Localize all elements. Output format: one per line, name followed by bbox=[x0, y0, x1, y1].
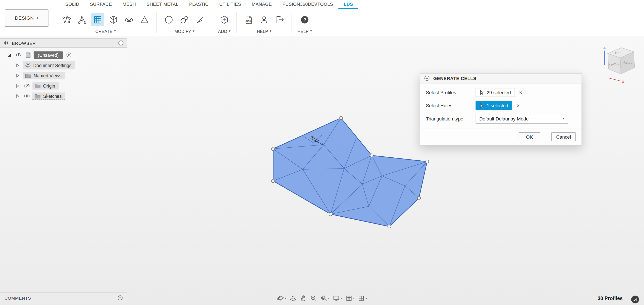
ribbon: DESIGN ▾ bbox=[0, 9, 644, 36]
triangle-icon[interactable] bbox=[138, 13, 151, 26]
collapsed-arrow-icon[interactable] bbox=[15, 84, 20, 88]
comments-label: COMMENTS bbox=[4, 295, 31, 300]
chevron-down-icon: ▾ bbox=[340, 297, 342, 300]
zoom-window-button[interactable]: ▾ bbox=[320, 295, 330, 302]
tab-manage[interactable]: MANAGE bbox=[246, 0, 277, 9]
tab-plastic[interactable]: PLASTIC bbox=[184, 0, 214, 9]
tab-fusion360devtools[interactable]: FUSION360DEVTOOLS bbox=[277, 0, 338, 9]
document-name[interactable]: (Unsaved) bbox=[34, 51, 63, 59]
app-window: 20.00 SOLID SURFACE MESH SHEET METAL PLA… bbox=[0, 0, 644, 305]
view-cube[interactable]: Z TOP FRONT RIGHT X bbox=[598, 41, 643, 85]
tab-solid[interactable]: SOLID bbox=[60, 0, 85, 9]
tab-surface[interactable]: SURFACE bbox=[85, 0, 117, 9]
chevron-down-icon: ▾ bbox=[193, 30, 194, 33]
cad-document-icon[interactable]: CAD bbox=[242, 13, 255, 26]
clear-holes-button[interactable]: × bbox=[516, 103, 520, 109]
dialog-header[interactable]: GENERATE CELLS bbox=[420, 74, 582, 84]
profiles-count-label: 30 Profiles bbox=[598, 295, 623, 301]
browser-panel: BROWSER (Unsaved) bbox=[0, 38, 128, 104]
zoom-button[interactable] bbox=[310, 295, 317, 302]
folder-icon bbox=[34, 94, 41, 99]
collapsed-arrow-icon[interactable] bbox=[15, 94, 20, 98]
tab-utilities[interactable]: UTILITIES bbox=[214, 0, 246, 9]
tab-lds[interactable]: LDS bbox=[338, 0, 358, 9]
minimize-panel-icon[interactable] bbox=[118, 40, 124, 46]
node-tree-icon[interactable] bbox=[76, 13, 89, 26]
pan-button[interactable] bbox=[300, 295, 307, 302]
expanded-arrow-icon[interactable] bbox=[6, 53, 12, 56]
tab-mesh[interactable]: MESH bbox=[117, 0, 141, 9]
document-icon bbox=[24, 52, 32, 58]
tree-row-sketches[interactable]: Sketches bbox=[0, 91, 128, 101]
node-graph-icon[interactable] bbox=[60, 13, 73, 26]
ok-button[interactable]: OK bbox=[519, 132, 540, 141]
chevron-down-icon: ▾ bbox=[366, 297, 367, 300]
add-comment-icon[interactable] bbox=[117, 295, 123, 300]
field-label: Triangulation type bbox=[426, 116, 476, 121]
help-menu[interactable]: HELP ▾ bbox=[257, 29, 271, 35]
offset-circles-icon[interactable] bbox=[178, 13, 191, 26]
select-holes-input[interactable]: 1 selected bbox=[476, 101, 512, 110]
look-at-button[interactable] bbox=[289, 295, 296, 302]
divider bbox=[156, 12, 157, 33]
divider bbox=[236, 12, 237, 33]
tree-item-label: Sketches bbox=[43, 94, 62, 99]
cursor-icon bbox=[480, 90, 484, 95]
help-question-icon[interactable]: ? bbox=[298, 13, 311, 26]
add-menu[interactable]: ADD ▾ bbox=[218, 29, 230, 35]
comments-bar[interactable]: COMMENTS bbox=[0, 292, 128, 303]
eye-icon[interactable] bbox=[15, 53, 22, 57]
grid-snaps-button[interactable]: ▾ bbox=[345, 295, 354, 302]
chevron-down-icon: ▾ bbox=[37, 17, 38, 20]
svg-text:TOP: TOP bbox=[614, 51, 621, 55]
tree-row-document-settings[interactable]: Document Settings bbox=[0, 60, 128, 70]
circle-icon[interactable] bbox=[162, 13, 176, 26]
tree-row-origin[interactable]: Origin bbox=[0, 81, 128, 91]
navigation-bar: ▾ ▾ ▾ ▾ ▾ bbox=[277, 295, 367, 302]
cursor-icon bbox=[480, 103, 484, 108]
orbit-button[interactable]: ▾ bbox=[277, 295, 286, 302]
lattice-cube-icon[interactable] bbox=[107, 13, 120, 26]
generate-cells-grid-icon[interactable] bbox=[91, 13, 104, 26]
viewports-button[interactable]: ▾ bbox=[358, 295, 367, 302]
field-label: Select Profiles bbox=[426, 90, 476, 95]
modify-menu[interactable]: MODIFY ▾ bbox=[174, 29, 194, 35]
field-label: Select Holes bbox=[426, 103, 476, 108]
display-settings-button[interactable]: ▾ bbox=[333, 295, 342, 302]
minimize-dialog-icon[interactable] bbox=[424, 76, 430, 81]
chevron-down-icon: ▾ bbox=[353, 297, 355, 300]
tree-item-label: Document Settings bbox=[33, 63, 72, 68]
chevron-down-icon: ▾ bbox=[563, 117, 564, 120]
status-icon[interactable] bbox=[631, 295, 639, 303]
add-hexagon-icon[interactable] bbox=[218, 13, 231, 26]
cancel-button[interactable]: Cancel bbox=[551, 132, 576, 141]
create-menu[interactable]: CREATE ▾ bbox=[96, 29, 116, 35]
workspace-switcher[interactable]: DESIGN ▾ bbox=[5, 10, 48, 27]
select-profiles-input[interactable]: 29 selected bbox=[476, 88, 515, 97]
chevron-down-icon: ▾ bbox=[114, 30, 116, 33]
svg-text:?: ? bbox=[303, 17, 306, 22]
chevron-down-icon: ▾ bbox=[229, 30, 230, 33]
collapsed-arrow-icon[interactable] bbox=[15, 63, 20, 67]
clear-profiles-button[interactable]: × bbox=[519, 90, 522, 96]
help-menu-2[interactable]: HELP ▾ bbox=[297, 29, 312, 35]
ribbon-tab-bar: SOLID SURFACE MESH SHEET METAL PLASTIC U… bbox=[0, 0, 644, 9]
activate-radio-icon[interactable] bbox=[66, 52, 71, 58]
generate-cells-dialog: GENERATE CELLS Select Profiles 29 select… bbox=[420, 73, 582, 146]
collapsed-arrow-icon[interactable] bbox=[15, 74, 20, 78]
revolve-ellipse-icon[interactable] bbox=[122, 13, 136, 26]
triangulation-type-dropdown[interactable]: Default Delaunay Mode ▾ bbox=[476, 114, 568, 124]
collapse-panel-icon[interactable] bbox=[4, 41, 8, 45]
group-help: ? HELP ▾ bbox=[294, 9, 316, 36]
person-icon[interactable] bbox=[258, 13, 271, 26]
tree-row-root[interactable]: (Unsaved) bbox=[0, 50, 128, 60]
tree-item-label: Origin bbox=[43, 83, 55, 88]
select-holes-row: Select Holes 1 selected × bbox=[426, 99, 576, 112]
export-icon[interactable] bbox=[273, 13, 286, 26]
eye-icon[interactable] bbox=[23, 94, 30, 98]
tab-sheet-metal[interactable]: SHEET METAL bbox=[141, 0, 184, 9]
svg-text:CAD: CAD bbox=[246, 20, 251, 22]
tree-row-named-views[interactable]: Named Views bbox=[0, 70, 128, 81]
eye-hidden-icon[interactable] bbox=[23, 83, 30, 88]
scalpel-icon[interactable] bbox=[194, 13, 207, 26]
